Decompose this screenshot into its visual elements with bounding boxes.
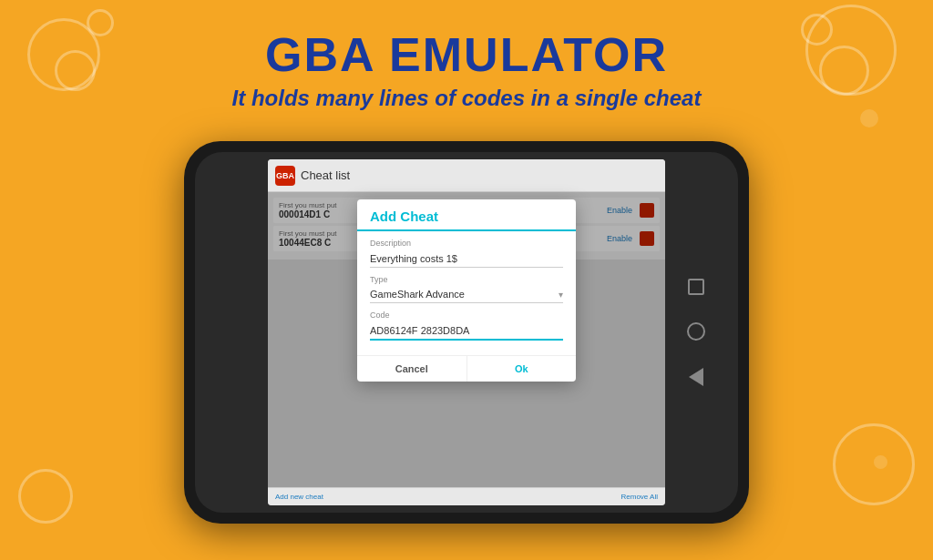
phone-screen: GBA Cheat list First you must put 000014… [268, 159, 665, 505]
type-dropdown[interactable]: GameShark Advance ▾ [370, 286, 563, 303]
dialog-body: Description Type GameShark Advance ▾ Cod… [357, 231, 576, 355]
bubble-7 [860, 109, 878, 127]
nav-square-button[interactable] [688, 279, 704, 295]
phone-nav [665, 152, 727, 513]
remove-all-link[interactable]: Remove All [621, 493, 658, 501]
type-value: GameShark Advance [370, 289, 465, 300]
app-subtitle: It holds many lines of codes in a single… [0, 86, 933, 111]
dialog-overlay: Add Cheat Description Type GameShark Adv… [268, 192, 665, 505]
bubble-8 [18, 469, 73, 524]
type-label: Type [370, 275, 563, 284]
code-label: Code [370, 311, 563, 320]
app-bar-title: Cheat list [301, 168, 350, 182]
app-title: GBA EMULATOR [0, 27, 933, 82]
app-bar-icon: GBA [275, 166, 295, 186]
cancel-button[interactable]: Cancel [357, 356, 467, 382]
add-cheat-dialog: Add Cheat Description Type GameShark Adv… [357, 199, 576, 382]
dialog-actions: Cancel Ok [357, 355, 576, 382]
app-bar: GBA Cheat list [268, 159, 665, 192]
dropdown-arrow-icon: ▾ [559, 290, 563, 300]
code-input[interactable] [370, 322, 563, 341]
ok-button[interactable]: Ok [467, 356, 577, 382]
nav-back-button[interactable] [689, 368, 703, 386]
nav-circle-button[interactable] [687, 322, 705, 341]
header-section: GBA EMULATOR It holds many lines of code… [0, 0, 933, 111]
phone-inner: GBA Cheat list First you must put 000014… [195, 152, 738, 513]
description-input[interactable] [370, 250, 563, 268]
phone-mockup: GBA Cheat list First you must put 000014… [184, 141, 749, 524]
screen-bottom-bar: Add new cheat Remove All [268, 487, 665, 505]
description-label: Description [370, 239, 563, 248]
add-new-cheat-link[interactable]: Add new cheat [275, 493, 323, 501]
dialog-title: Add Cheat [357, 199, 576, 231]
bubble-10 [874, 455, 887, 469]
